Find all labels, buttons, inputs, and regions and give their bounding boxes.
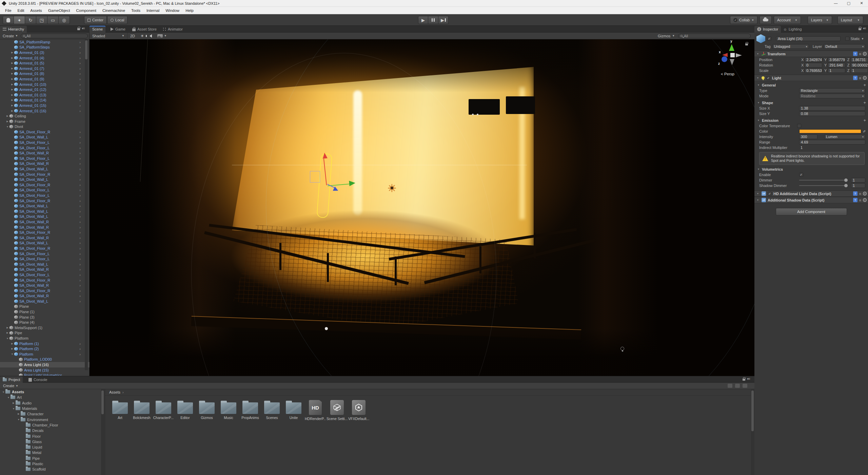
scene-audio-toggle[interactable] [147, 33, 155, 39]
preset-icon[interactable]: ≡ [859, 192, 861, 196]
asset-item-unite[interactable]: Unite [283, 399, 304, 421]
layout-dropdown[interactable]: Layout▼ [837, 16, 863, 24]
gear-icon[interactable] [863, 192, 867, 195]
prefab-open-arrow[interactable]: › [79, 109, 81, 113]
hierarchy-item[interactable]: SA_Divot_Wall_L› [0, 166, 90, 172]
light-component-header[interactable]: ▼ ✓ Light ? ≡ [754, 75, 868, 81]
position-z-field[interactable]: 1.86731 [850, 57, 868, 62]
prefab-open-arrow[interactable]: › [79, 230, 81, 234]
add-component-button[interactable]: Add Component [776, 208, 847, 215]
prefab-open-arrow[interactable]: › [79, 347, 81, 351]
prefab-open-arrow[interactable]: › [79, 241, 81, 245]
range-field[interactable]: 4.69 [799, 140, 865, 145]
hierarchy-item[interactable]: ▶Platform (2)› [0, 346, 90, 352]
gear-icon[interactable] [863, 52, 867, 56]
hierarchy-item[interactable]: SA_Divot_Wall_L› [0, 299, 90, 304]
prefab-open-arrow[interactable]: › [79, 188, 81, 192]
prefab-open-arrow[interactable]: › [79, 246, 81, 250]
hierarchy-item[interactable]: SA_Divot_Floor_R› [0, 198, 90, 204]
prefab-open-arrow[interactable]: › [79, 56, 81, 60]
axis-y-cone[interactable] [729, 44, 734, 51]
expand-arrow-icon[interactable]: ▼ [10, 353, 14, 355]
menu-item-file[interactable]: File [2, 8, 15, 13]
menu-item-edit[interactable]: Edit [15, 8, 27, 13]
hierarchy-item[interactable]: SA_Divot_Wall_R› [0, 225, 90, 230]
transform-tool-icon[interactable]: ◎ [59, 16, 70, 24]
project-tree-item[interactable]: Chamber_Floor [0, 422, 101, 428]
hierarchy-item[interactable]: ▶Armrest_01 (9)› [0, 76, 90, 82]
preset-icon[interactable]: ≡ [859, 76, 861, 80]
volumetrics-enable-checkbox[interactable]: ✓ [799, 173, 803, 177]
hierarchy-item[interactable]: ▶Armrest_01 (5)› [0, 60, 90, 66]
hierarchy-item[interactable]: Plane (3) [0, 315, 90, 320]
gameobject-name-field[interactable]: Area Light (16) [776, 36, 841, 41]
pivot-local-button[interactable]: Local [107, 16, 127, 24]
gear-icon[interactable] [863, 198, 867, 202]
hierarchy-item[interactable]: Area Light (16) [0, 362, 90, 367]
tag-dropdown[interactable]: Untagged [772, 44, 809, 49]
hierarchy-item[interactable]: SA_PlatformSteps› [0, 45, 90, 50]
panel-menu-icon[interactable]: ▾≡ [747, 377, 750, 381]
asset-grid-scrollbar[interactable] [751, 389, 754, 475]
asset-item-propanims[interactable]: PropAnims [239, 399, 261, 421]
project-tree-item[interactable]: Floor [0, 433, 101, 439]
gameobject-active-checkbox[interactable]: ✓ [767, 37, 771, 41]
hierarchy-item[interactable]: SA_Divot_Wall_L› [0, 203, 90, 209]
asset-item-gizmos[interactable]: Gizmos [196, 399, 218, 421]
prefab-open-arrow[interactable]: › [79, 82, 81, 87]
hierarchy-item[interactable]: SA_Divot_Wall_L› [0, 214, 90, 220]
project-tree-item[interactable]: ▼Materials [0, 406, 101, 411]
prefab-open-arrow[interactable]: › [79, 257, 81, 261]
expand-arrow-icon[interactable]: ▶ [10, 347, 14, 350]
expand-arrow-icon[interactable]: ▶ [5, 120, 9, 123]
hierarchy-item[interactable]: ▼Platform› [0, 352, 90, 357]
play-button[interactable]: ▶ [418, 16, 428, 24]
help-icon[interactable]: ? [853, 198, 857, 202]
dimmer-value-field[interactable]: 1 [851, 178, 865, 183]
prefab-open-arrow[interactable]: › [79, 273, 81, 277]
prefab-open-arrow[interactable]: › [79, 214, 81, 218]
toggle-2d-button[interactable]: 2D [127, 33, 138, 39]
asset-item-editor[interactable]: Editor [174, 399, 196, 421]
hierarchy-item[interactable]: SA_Divot_Wall_L› [0, 177, 90, 182]
asset-item-hdrenderp-[interactable]: HDHDRenderP... [304, 399, 326, 421]
layers-dropdown[interactable]: Layers▼ [808, 16, 832, 24]
expand-arrow-icon[interactable]: ▶ [10, 88, 14, 91]
size-y-field[interactable]: 0.08 [799, 111, 865, 116]
pivot-center-button[interactable]: Center [84, 16, 107, 24]
axis-center-cube[interactable] [730, 53, 735, 57]
prefab-open-arrow[interactable]: › [79, 193, 81, 197]
position-y-field[interactable]: 3.958779 [828, 57, 845, 62]
expand-arrow-icon[interactable]: ▼ [1, 391, 5, 393]
asset-item-scenes[interactable]: Scenes [261, 399, 283, 421]
prefab-open-arrow[interactable]: › [79, 283, 81, 287]
hierarchy-item[interactable]: SA_Divot_Floor_R› [0, 278, 90, 283]
project-tree-item[interactable]: ▶Character [0, 411, 101, 417]
menu-item-tools[interactable]: Tools [128, 8, 143, 13]
shadow-dimmer-value-field[interactable]: 1 [851, 183, 865, 188]
expand-arrow-icon[interactable]: ▶ [5, 115, 9, 117]
cloud-button[interactable] [760, 16, 772, 24]
hierarchy-item[interactable]: SA_Divot_Wall_R› [0, 267, 90, 272]
preset-icon[interactable]: ≡ [859, 52, 861, 56]
gizmo-y-arrowhead[interactable] [322, 152, 328, 158]
shading-mode-dropdown[interactable]: Shaded▼ [90, 33, 127, 39]
close-button[interactable]: ✕ [855, 1, 868, 5]
prefab-open-arrow[interactable]: › [79, 204, 81, 208]
prefab-open-arrow[interactable]: › [79, 172, 81, 176]
hierarchy-item[interactable]: SA_Divot_Wall_R› [0, 150, 90, 156]
rotate-tool-icon[interactable]: ↻ [25, 16, 36, 24]
project-tree-item[interactable]: ▶Audio [0, 400, 101, 406]
hierarchy-item[interactable]: SA_Divot_Wall_R› [0, 161, 90, 167]
asset-item-art[interactable]: Art [109, 399, 131, 421]
volumetrics-section-header[interactable]: ▼Volumetrics [754, 166, 868, 172]
tab-animator[interactable]: Animator [160, 26, 185, 33]
hierarchy-item[interactable]: SA_Divot_Floor_L› [0, 256, 90, 262]
hierarchy-item[interactable]: ▶Platform (1)› [0, 341, 90, 346]
project-tree-item[interactable]: Metal [0, 450, 101, 455]
hierarchy-item[interactable]: SA_Divot_Floor_R› [0, 246, 90, 251]
menu-item-assets[interactable]: Assets [27, 8, 45, 13]
help-icon[interactable]: ? [853, 191, 857, 196]
expand-arrow-icon[interactable]: ▼ [6, 396, 11, 399]
expand-arrow-icon[interactable]: ▶ [10, 57, 14, 59]
